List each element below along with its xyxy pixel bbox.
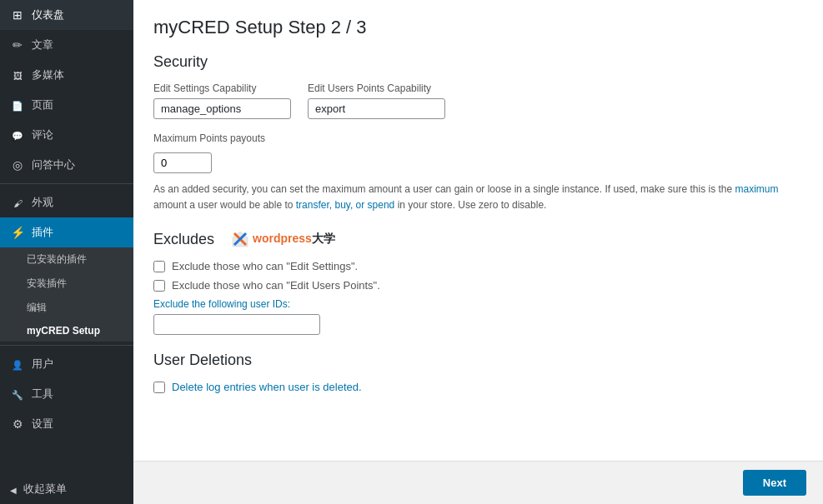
user-icon [10, 357, 25, 371]
exclude-edit-settings-label: Exclude those who can "Edit Settings". [172, 260, 358, 272]
sidebar-label-qa: 问答中心 [32, 157, 75, 172]
highlight-transfer: transfer, buy, or spend [296, 199, 395, 211]
sidebar-label-dashboard: 仪表盘 [32, 7, 64, 22]
article-icon [10, 38, 25, 52]
security-section-title: Security [153, 53, 803, 71]
sidebar: 仪表盘 文章 多媒体 页面 评论 问答中心 外观 插件 已安装的插件 安装插件 … [0, 0, 133, 504]
page-icon [10, 98, 25, 112]
highlight-maximum: maximum [735, 183, 778, 195]
watermark-logo-icon [231, 230, 249, 248]
sidebar-label-user: 用户 [32, 357, 53, 372]
delete-log-row: Delete log entries when user is deleted. [153, 381, 803, 393]
delete-log-label: Delete log entries when user is deleted. [172, 381, 362, 393]
submenu-install[interactable]: 安装插件 [0, 272, 133, 296]
excludes-section-title: Excludes [153, 231, 214, 248]
qa-icon [10, 158, 25, 172]
next-button-wrap: Next [133, 461, 823, 504]
user-deletions-section-title: User Deletions [153, 352, 803, 369]
watermark: wordpress大学 [231, 230, 335, 248]
sidebar-plugin-submenu: 已安装的插件 安装插件 编辑 myCRED Setup [0, 247, 133, 342]
sidebar-item-page[interactable]: 页面 [0, 90, 133, 120]
sidebar-item-tool[interactable]: 工具 [0, 379, 133, 409]
submenu-edit[interactable]: 编辑 [0, 296, 133, 320]
sidebar-label-article: 文章 [32, 37, 53, 52]
comment-icon [10, 128, 25, 142]
delete-log-checkbox[interactable] [153, 382, 165, 393]
exclude-edit-users-checkbox[interactable] [153, 280, 165, 292]
edit-users-label: Edit Users Points Capability [308, 82, 445, 94]
submenu-mycred[interactable]: myCRED Setup [0, 320, 133, 342]
media-icon [10, 68, 25, 82]
sidebar-divider [0, 183, 133, 184]
sidebar-item-article[interactable]: 文章 [0, 30, 133, 60]
sidebar-label-plugin: 插件 [32, 225, 53, 240]
sidebar-item-settings[interactable]: 设置 [0, 409, 133, 439]
max-points-block: Maximum Points payouts [153, 132, 803, 182]
edit-settings-input[interactable] [153, 98, 291, 119]
settings-icon [10, 417, 25, 431]
sidebar-label-page: 页面 [32, 97, 53, 112]
exclude-ids-label: Exclude the following user IDs: [153, 298, 803, 310]
main-content: myCRED Setup Step 2 / 3 Security Edit Se… [133, 0, 823, 504]
plugin-icon [10, 226, 25, 239]
excludes-header: Excludes wordpress大学 [153, 230, 803, 248]
page-title: myCRED Setup Step 2 / 3 [153, 17, 803, 38]
sidebar-item-comment[interactable]: 评论 [0, 120, 133, 150]
collapse-icon [10, 483, 17, 496]
sidebar-collapse-label: 收起菜单 [23, 482, 67, 497]
sidebar-item-media[interactable]: 多媒体 [0, 60, 133, 90]
exclude-edit-users-label: Exclude those who can "Edit Users Points… [172, 279, 380, 292]
capability-fields: Edit Settings Capability Edit Users Poin… [153, 82, 803, 119]
exclude-edit-users-row: Exclude those who can "Edit Users Points… [153, 279, 803, 292]
sidebar-item-user[interactable]: 用户 [0, 349, 133, 379]
sidebar-item-qa[interactable]: 问答中心 [0, 150, 133, 180]
sidebar-label-appearance: 外观 [32, 195, 53, 210]
sidebar-item-dashboard[interactable]: 仪表盘 [0, 0, 133, 30]
sidebar-label-settings: 设置 [32, 417, 53, 432]
max-points-input[interactable] [153, 152, 212, 173]
edit-settings-block: Edit Settings Capability [153, 82, 291, 119]
edit-settings-label: Edit Settings Capability [153, 82, 291, 94]
edit-users-block: Edit Users Points Capability [308, 82, 445, 119]
exclude-edit-settings-checkbox[interactable] [153, 261, 165, 272]
sidebar-collapse-button[interactable]: 收起菜单 [0, 474, 133, 504]
tool-icon [10, 387, 25, 401]
appearance-icon [10, 196, 25, 209]
next-button[interactable]: Next [743, 470, 806, 496]
edit-users-input[interactable] [308, 98, 445, 119]
sidebar-divider2 [0, 345, 133, 346]
exclude-ids-input[interactable] [153, 314, 320, 335]
sidebar-item-plugin[interactable]: 插件 [0, 217, 133, 247]
exclude-edit-settings-row: Exclude those who can "Edit Settings". [153, 260, 803, 272]
sidebar-label-media: 多媒体 [32, 67, 64, 82]
submenu-installed[interactable]: 已安装的插件 [0, 247, 133, 272]
sidebar-label-tool: 工具 [32, 387, 53, 402]
sidebar-item-appearance[interactable]: 外观 [0, 187, 133, 217]
max-points-label: Maximum Points payouts [153, 132, 803, 144]
sidebar-label-comment: 评论 [32, 127, 53, 142]
watermark-text: wordpress大学 [253, 232, 335, 247]
dashboard-icon [10, 8, 25, 22]
security-note: As an added security, you can set the ma… [153, 182, 787, 213]
